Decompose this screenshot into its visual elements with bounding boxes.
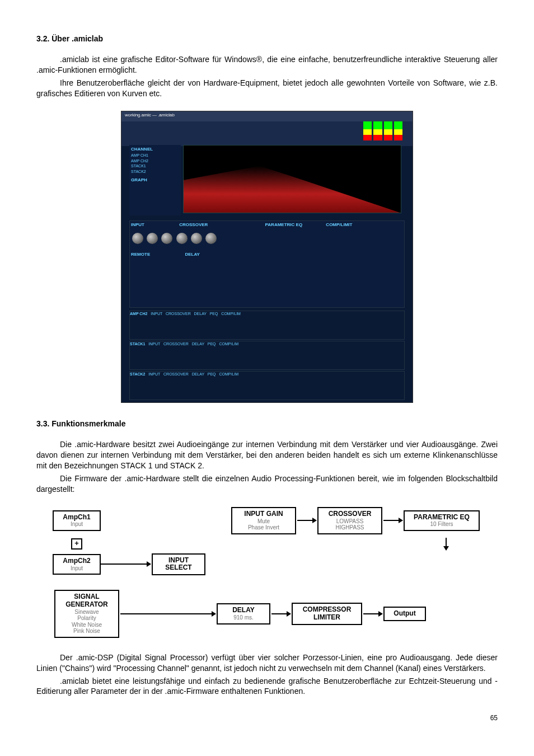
stack1-complim: COMP/LIM — [219, 342, 238, 346]
stack1-peq: PEQ — [208, 342, 216, 346]
ampch2-input: INPUT — [151, 312, 162, 316]
side-ampch2[interactable]: AMP CH2 — [131, 158, 179, 163]
s33-p1: Die .amic-Hardware besitzt zwei Audioein… — [36, 439, 498, 471]
stack1-input: INPUT — [148, 342, 160, 346]
peq-title: PARAMETRIC EQ — [265, 222, 303, 227]
after-body: Der .amic-DSP (Digital Signal Processor)… — [36, 652, 498, 697]
stack2-complim: COMP/LIM — [219, 372, 238, 376]
s32-p2: Ihre Benutzeroberfläche gleicht der von … — [36, 78, 498, 99]
graph-title: GRAPH — [131, 177, 179, 184]
bd-delay: DELAY 910 ms. — [217, 603, 270, 624]
bd-plus: + — [71, 538, 82, 550]
ampch2-complim: COMP/LIM — [221, 312, 241, 316]
s33-p2: Die Firmware der .amic-Hardware stellt d… — [36, 473, 498, 495]
remote-title: REMOTE — [131, 252, 150, 257]
bd-inputgain: INPUT GAIN Mute Phase Invert — [231, 507, 296, 534]
stack2-xover: CROSSOVER — [163, 372, 189, 376]
section-3-2-body: .amiclab ist eine grafische Editor-Softw… — [36, 54, 498, 99]
knob-icon[interactable] — [132, 233, 143, 244]
level-meters — [363, 121, 402, 140]
amiclab-screenshot: working.amic — .amiclab CHANNEL AMP CH1 … — [121, 111, 413, 403]
after-p2: .amiclab bietet eine leistungsfähige und… — [36, 676, 498, 697]
side-stack2[interactable]: STACK2 — [131, 169, 179, 174]
bd-inputselect: INPUT SELECT — [152, 553, 205, 576]
block-diagram: AmpCh1 Input INPUT GAIN Mute Phase Inver… — [54, 507, 480, 638]
stack1-xover: CROSSOVER — [163, 342, 189, 346]
ampch2-delay: DELAY — [194, 312, 207, 316]
arrow-icon — [271, 613, 291, 614]
ampch2-row[interactable]: AMP CH2 INPUT CROSSOVER DELAY PEQ COMP/L… — [129, 311, 405, 340]
ampch1-detail-panel: INPUT CROSSOVER PARAMETRIC EQ COMP/LIMIT… — [129, 220, 405, 308]
ampch2-title: AMP CH2 — [130, 312, 147, 316]
ampch2-peq: PEQ — [210, 312, 218, 316]
arrow-icon — [120, 613, 216, 614]
bd-crossover: CROSSOVER LOWPASS HIGHPASS — [317, 507, 382, 534]
arrow-icon — [297, 520, 316, 521]
side-stack1[interactable]: STACK1 — [131, 163, 179, 168]
knob-icon[interactable] — [161, 233, 172, 244]
stack2-input: INPUT — [148, 372, 160, 376]
channel-title: CHANNEL — [131, 147, 179, 153]
stack1-row[interactable]: STACK1 INPUT CROSSOVER DELAY PEQ COMP/LI… — [129, 341, 405, 370]
knob-icon[interactable] — [205, 233, 217, 244]
section-3-3-body: Die .amic-Hardware besitzt zwei Audioein… — [36, 439, 498, 494]
arrow-down-icon — [446, 538, 447, 550]
crossover-title: CROSSOVER — [179, 222, 208, 227]
ampch2-xover: CROSSOVER — [166, 312, 191, 316]
complimit-title: COMP/LIMIT — [326, 222, 352, 227]
arrow-icon — [363, 613, 382, 614]
stack2-title: STACK2 — [130, 372, 145, 376]
delay-title: DELAY — [185, 252, 199, 257]
screenshot-titlebar: working.amic — .amiclab — [121, 111, 413, 121]
stack2-row[interactable]: STACK2 INPUT CROSSOVER DELAY PEQ COMP/LI… — [129, 371, 405, 400]
bd-complim: COMPRESSOR LIMITER — [292, 603, 362, 625]
bd-ampch2: AmpCh2 Input — [53, 554, 101, 575]
eq-graph[interactable] — [183, 145, 401, 213]
arrow-icon — [100, 564, 151, 565]
bd-output: Output — [383, 607, 426, 621]
knob-icon[interactable] — [191, 233, 202, 244]
bd-siggen: SIGNAL GENERATOR Sinewave Polarity White… — [54, 590, 119, 638]
input-title: INPUT — [131, 222, 144, 227]
heading-3-3: 3.3. Funktionsmerkmale — [36, 419, 498, 429]
stack1-title: STACK1 — [130, 342, 145, 346]
after-p1: Der .amic-DSP (Digital Signal Processor)… — [36, 652, 498, 674]
stack2-peq: PEQ — [208, 372, 216, 376]
arrow-icon — [383, 520, 402, 521]
stack1-delay: DELAY — [192, 342, 204, 346]
bd-peq: PARAMETRIC EQ 10 Filters — [404, 510, 480, 531]
stack2-delay: DELAY — [192, 372, 204, 376]
channel-side-panel: CHANNEL AMP CH1 AMP CH2 STACK1 STACK2 GR… — [129, 145, 181, 215]
page-number: 65 — [36, 713, 498, 722]
heading-3-2: 3.2. Über .amiclab — [36, 34, 498, 44]
bd-ampch1: AmpCh1 Input — [53, 510, 101, 531]
knob-icon[interactable] — [176, 233, 188, 244]
s32-p1: .amiclab ist eine grafische Editor-Softw… — [36, 54, 498, 76]
side-ampch1[interactable]: AMP CH1 — [131, 153, 179, 158]
knob-icon[interactable] — [147, 233, 158, 244]
